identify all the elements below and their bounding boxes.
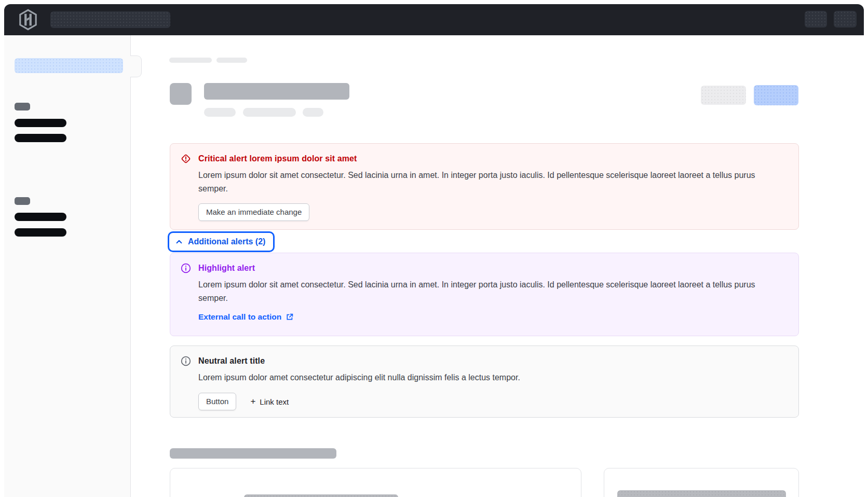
nav-action-placeholder-1[interactable] bbox=[805, 11, 827, 27]
sidebar-nav-item-placeholder[interactable] bbox=[15, 134, 66, 142]
sidebar-nav-item-placeholder[interactable] bbox=[15, 213, 66, 221]
chevron-up-icon bbox=[175, 238, 183, 246]
highlight-alert-title: Highlight alert bbox=[198, 263, 781, 273]
card-content-placeholder bbox=[617, 490, 786, 497]
neutral-alert: Neutral alert title Lorem ipsum dolor am… bbox=[170, 346, 799, 418]
app-window: Critical alert lorem ipsum dolor sit ame… bbox=[0, 0, 868, 497]
neutral-alert-button[interactable]: Button bbox=[198, 393, 236, 410]
card-content-placeholder bbox=[244, 494, 398, 497]
info-circle-icon bbox=[181, 356, 191, 366]
sidebar-nav-item-placeholder[interactable] bbox=[15, 228, 66, 237]
critical-alert-body: Lorem ipsum dolor sit amet consectetur. … bbox=[198, 169, 781, 196]
sidebar-nav-item-placeholder[interactable] bbox=[15, 119, 66, 127]
secondary-action-placeholder[interactable] bbox=[701, 86, 746, 105]
neutral-link-label: Link text bbox=[260, 397, 289, 406]
main-content: Critical alert lorem ipsum dolor sit ame… bbox=[131, 35, 868, 497]
breadcrumb-item-placeholder[interactable] bbox=[169, 58, 212, 63]
external-link-label: External call to action bbox=[198, 312, 281, 322]
page-title-placeholder bbox=[204, 83, 349, 100]
neutral-alert-title: Neutral alert title bbox=[198, 355, 520, 366]
sidebar-flyout-handle[interactable] bbox=[130, 56, 142, 77]
highlight-alert: Highlight alert Lorem ipsum dolor sit am… bbox=[170, 253, 799, 336]
critical-alert-action-button[interactable]: Make an immediate change bbox=[198, 203, 309, 221]
page-meta-placeholder bbox=[204, 108, 236, 117]
content-card bbox=[170, 468, 581, 497]
page-icon-placeholder bbox=[170, 83, 192, 105]
neutral-alert-link[interactable]: + Link text bbox=[250, 396, 289, 407]
neutral-alert-body: Lorem ipsum dolor amet consectetur adipi… bbox=[198, 371, 520, 384]
info-circle-icon bbox=[181, 263, 191, 273]
critical-alert-title: Critical alert lorem ipsum dolor sit ame… bbox=[198, 153, 781, 164]
sidebar-section-label-placeholder bbox=[15, 197, 30, 205]
additional-alerts-toggle[interactable]: Additional alerts (2) bbox=[168, 231, 275, 252]
sidebar-active-item-placeholder[interactable] bbox=[15, 58, 123, 73]
breadcrumb-item-placeholder[interactable] bbox=[216, 58, 247, 63]
sidebar-section-label-placeholder bbox=[15, 103, 30, 111]
external-link-icon bbox=[286, 313, 294, 321]
nav-search-placeholder[interactable] bbox=[50, 11, 170, 28]
sidebar bbox=[4, 35, 131, 497]
nav-action-placeholder-2[interactable] bbox=[834, 11, 857, 27]
section-title-placeholder bbox=[170, 448, 336, 459]
page-meta-placeholder bbox=[303, 108, 323, 117]
plus-icon: + bbox=[250, 396, 255, 407]
hashicorp-logo-icon bbox=[18, 9, 38, 33]
alert-diamond-icon bbox=[181, 154, 191, 164]
additional-alerts-toggle-label: Additional alerts (2) bbox=[188, 237, 265, 246]
external-call-to-action-link[interactable]: External call to action bbox=[198, 312, 294, 322]
top-nav bbox=[4, 4, 864, 35]
critical-alert: Critical alert lorem ipsum dolor sit ame… bbox=[170, 143, 799, 230]
page-meta-placeholder bbox=[243, 108, 296, 117]
primary-action-placeholder[interactable] bbox=[754, 85, 798, 105]
highlight-alert-body: Lorem ipsum dolor sit amet consectetur. … bbox=[198, 278, 781, 305]
content-card bbox=[604, 468, 799, 497]
